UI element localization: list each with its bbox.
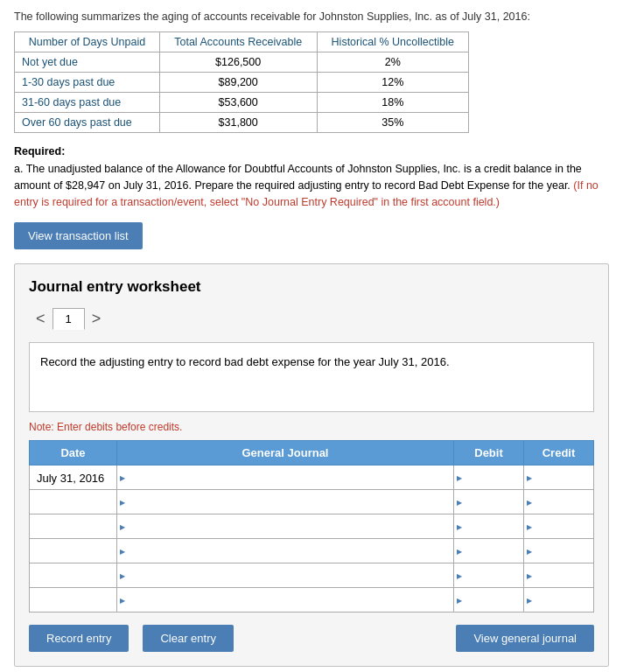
journal-debit-input[interactable] [454,466,523,489]
journal-col-general: General Journal [117,441,454,466]
aging-days-cell: Over 60 days past due [15,113,160,133]
aging-amount-cell: $31,800 [159,113,317,133]
journal-date-cell [30,564,117,588]
journal-table-row [30,539,594,564]
journal-date-cell [30,588,117,612]
aging-table-row: Over 60 days past due $31,800 35% [15,113,469,133]
journal-debit-input[interactable] [454,490,523,514]
col-header-historical: Historical % Uncollectible [317,32,469,52]
journal-credit-cell[interactable] [524,588,594,612]
journal-debit-cell[interactable] [454,466,524,490]
journal-general-input[interactable] [117,490,453,514]
note-text: Note: Enter debits before credits. [29,421,594,433]
aging-pct-cell: 12% [317,73,469,93]
journal-table-row [30,514,594,539]
aging-amount-cell: $89,200 [159,73,317,93]
journal-credit-input[interactable] [524,514,593,538]
journal-date-cell [30,490,117,514]
aging-pct-cell: 2% [317,52,469,73]
journal-general-cell[interactable] [117,588,454,612]
journal-credit-input[interactable] [524,564,593,587]
view-transaction-container: View transaction list [14,222,609,249]
aging-pct-cell: 18% [317,93,469,113]
journal-credit-input[interactable] [524,539,593,563]
record-entry-button[interactable]: Record entry [29,625,129,652]
journal-credit-cell[interactable] [524,490,594,514]
journal-debit-cell[interactable] [454,514,524,539]
journal-date-cell [30,514,117,539]
view-transaction-button[interactable]: View transaction list [14,222,143,249]
aging-table-row: Not yet due $126,500 2% [15,52,469,73]
journal-table: Date General Journal Debit Credit July 3… [29,440,594,612]
journal-general-cell[interactable] [117,514,454,539]
required-label: Required: [14,145,609,158]
journal-credit-cell[interactable] [524,564,594,588]
aging-days-cell: Not yet due [15,52,160,73]
aging-days-cell: 1-30 days past due [15,73,160,93]
journal-general-cell[interactable] [117,564,454,588]
clear-entry-button[interactable]: Clear entry [143,625,234,652]
journal-general-cell[interactable] [117,490,454,514]
journal-debit-cell[interactable] [454,539,524,564]
journal-table-row [30,588,594,612]
bottom-buttons: Record entry Clear entry View general jo… [29,625,594,652]
journal-debit-cell[interactable] [454,588,524,612]
journal-general-cell[interactable] [117,539,454,564]
journal-date-cell: July 31, 2016 [30,466,117,490]
journal-debit-input[interactable] [454,564,523,587]
journal-date-cell [30,539,117,564]
journal-general-input[interactable] [117,466,453,489]
journal-col-credit: Credit [524,441,594,466]
journal-general-cell[interactable] [117,466,454,490]
required-item-a: a. [14,163,23,175]
journal-general-input[interactable] [117,588,453,612]
tab-prev-button[interactable]: < [29,306,52,332]
view-general-journal-button[interactable]: View general journal [456,625,594,652]
journal-general-input[interactable] [117,514,453,538]
journal-date-value: July 31, 2016 [30,466,111,490]
aging-days-cell: 31-60 days past due [15,93,160,113]
journal-credit-input[interactable] [524,588,593,612]
description-box: Record the adjusting entry to record bad… [29,342,594,412]
aging-table-row: 31-60 days past due $53,600 18% [15,93,469,113]
journal-debit-input[interactable] [454,588,523,612]
journal-col-debit: Debit [454,441,524,466]
col-header-days: Number of Days Unpaid [15,32,160,52]
journal-debit-cell[interactable] [454,564,524,588]
aging-table: Number of Days Unpaid Total Accounts Rec… [14,32,469,133]
journal-credit-input[interactable] [524,490,593,514]
required-section: Required: a. The unadjusted balance of t… [14,145,609,210]
journal-table-row [30,564,594,588]
aging-table-row: 1-30 days past due $89,200 12% [15,73,469,93]
journal-credit-cell[interactable] [524,539,594,564]
journal-general-input[interactable] [117,564,453,587]
intro-text: The following summarizes the aging of ac… [14,10,609,23]
journal-debit-cell[interactable] [454,490,524,514]
journal-table-row: July 31, 2016 [30,466,594,490]
tab-next-button[interactable]: > [85,306,108,332]
journal-title: Journal entry worksheet [29,278,594,296]
journal-debit-input[interactable] [454,539,523,563]
journal-card: Journal entry worksheet < 1 > Record the… [14,263,609,667]
journal-table-row [30,490,594,514]
aging-amount-cell: $53,600 [159,93,317,113]
tab-1[interactable]: 1 [52,308,85,330]
journal-credit-cell[interactable] [524,514,594,539]
journal-credit-cell[interactable] [524,466,594,490]
aging-amount-cell: $126,500 [159,52,317,73]
journal-col-date: Date [30,441,117,466]
required-text-main: The unadjusted balance of the Allowance … [14,163,582,192]
col-header-total: Total Accounts Receivable [159,32,317,52]
journal-general-input[interactable] [117,539,453,563]
journal-credit-input[interactable] [524,466,593,489]
tab-nav: < 1 > [29,306,594,332]
aging-pct-cell: 35% [317,113,469,133]
journal-debit-input[interactable] [454,514,523,538]
